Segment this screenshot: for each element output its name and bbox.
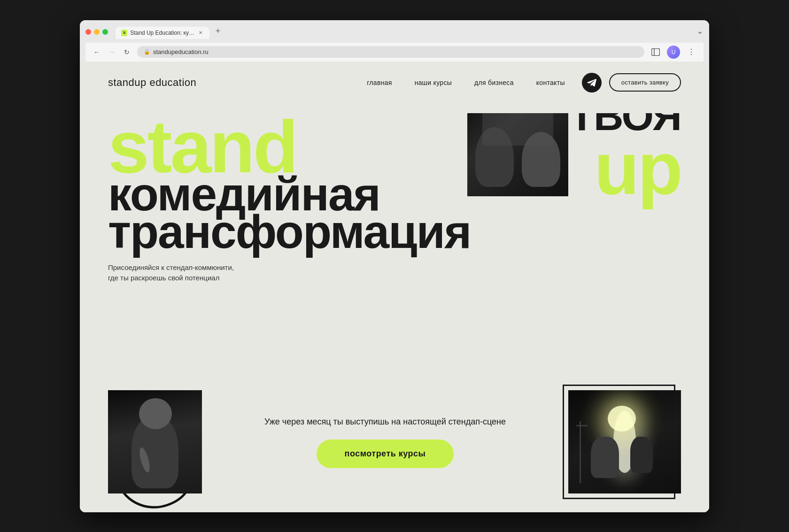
website-content: standup education главная наши курсы для… <box>80 62 709 512</box>
browser-controls-right: U ⋮ <box>649 46 698 59</box>
hero-up-text: up <box>594 137 681 200</box>
browser-titlebar: S Stand Up Education: курсы ✕ + ⌄ <box>85 25 704 39</box>
active-tab[interactable]: S Stand Up Education: курсы ✕ <box>116 27 209 39</box>
site-logo[interactable]: standup education <box>108 77 196 89</box>
hero-photo <box>467 113 568 196</box>
view-courses-button[interactable]: посмотреть курсы <box>317 439 454 468</box>
bottom-tagline: Уже через месяц ты выступишь на настояще… <box>221 416 549 428</box>
profile-icon: U <box>672 49 676 55</box>
bottom-left-area <box>108 390 202 493</box>
leave-request-button[interactable]: оставить заявку <box>609 73 681 92</box>
photo-people-bg <box>467 113 568 196</box>
hero-description: Присоединяйся к стендап-коммюнити, где т… <box>108 262 240 284</box>
svg-rect-0 <box>652 48 660 55</box>
url-bar[interactable]: 🔒 standupeducation.ru <box>137 46 644 58</box>
tab-title: Stand Up Education: курсы <box>130 30 195 36</box>
stage-photo <box>568 390 681 493</box>
bottom-photo-left <box>108 390 202 493</box>
back-button[interactable]: ← <box>91 46 102 58</box>
browser-menu-button[interactable]: ⋮ <box>685 46 698 59</box>
traffic-light-minimize[interactable] <box>94 29 100 35</box>
bottom-right-area <box>568 390 681 493</box>
sidebar-toggle-button[interactable] <box>649 46 662 59</box>
nav-link-courses[interactable]: наши курсы <box>415 79 452 86</box>
traffic-lights <box>85 29 108 35</box>
nav-link-business[interactable]: для бизнеса <box>474 79 514 86</box>
profile-button[interactable]: U <box>667 46 680 59</box>
browser-addressbar: ← → ↻ 🔒 standupeducation.ru U ⋮ <box>85 43 704 62</box>
nav-link-contacts[interactable]: контакты <box>536 79 565 86</box>
hero-description-text: Присоединяйся к стендап-коммюнити, где т… <box>108 263 234 282</box>
site-navigation: standup education главная наши курсы для… <box>80 62 709 104</box>
tab-bar: S Stand Up Education: курсы ✕ + <box>116 25 696 39</box>
nav-links: главная наши курсы для бизнеса контакты <box>367 79 565 86</box>
hero-bottom-section: Уже через месяц ты выступишь на настояще… <box>80 381 709 512</box>
hero-section: stand комедийная <box>80 104 709 395</box>
browser-window: S Stand Up Education: курсы ✕ + ⌄ ← → ↻ … <box>80 20 709 512</box>
traffic-light-close[interactable] <box>85 29 91 35</box>
tab-close-button[interactable]: ✕ <box>198 30 204 36</box>
hero-transformation-text: трансформация <box>108 205 471 258</box>
browser-expand-button[interactable]: ⌄ <box>696 26 704 38</box>
telegram-button[interactable] <box>582 73 602 93</box>
bottom-center-content: Уже через месяц ты выступишь на настояще… <box>202 416 568 468</box>
nav-link-home[interactable]: главная <box>367 79 392 86</box>
hero-row2-right: ТВОЯ up <box>569 113 681 200</box>
forward-button[interactable]: → <box>106 46 117 58</box>
bottom-photo-right <box>568 390 681 493</box>
refresh-button[interactable]: ↻ <box>121 46 132 58</box>
nav-buttons: ← → ↻ <box>91 46 132 58</box>
lock-icon: 🔒 <box>144 49 150 55</box>
hero-row3: трансформация <box>108 208 681 255</box>
browser-chrome: S Stand Up Education: курсы ✕ + ⌄ ← → ↻ … <box>80 20 709 62</box>
tab-favicon: S <box>121 30 127 36</box>
url-text: standupeducation.ru <box>153 48 209 55</box>
traffic-light-maximize[interactable] <box>102 29 108 35</box>
performer-photo <box>108 390 202 493</box>
hero-text-wrapper: stand комедийная <box>108 113 681 284</box>
new-tab-button[interactable]: + <box>211 25 224 38</box>
